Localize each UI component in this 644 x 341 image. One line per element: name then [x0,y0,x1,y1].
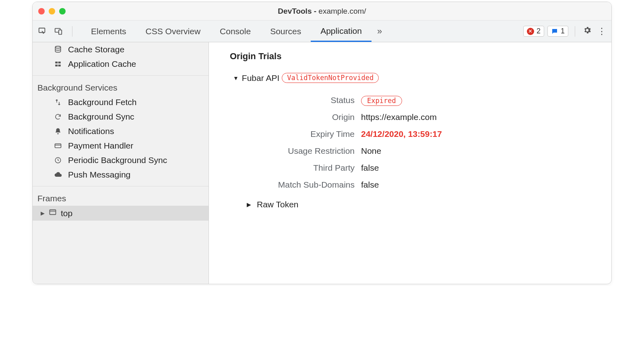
traffic-lights [38,8,66,14]
zoom-icon[interactable] [59,8,66,14]
sidebar-item-periodic-sync[interactable]: Periodic Background Sync [33,153,208,167]
chevron-double-right-icon: » [377,26,382,37]
raw-token-label: Raw Token [257,200,299,209]
more-button[interactable]: ⋮ [596,26,607,37]
status-value: Expired [361,92,448,109]
device-toggle-icon[interactable] [53,26,64,37]
sidebar-item-label: Cache Storage [68,45,124,54]
toolbar-separator [72,26,72,37]
sidebar-section-background-services: Background Services [33,80,208,95]
disclosure-triangle-icon[interactable]: ▼ [233,75,239,81]
disclosure-triangle-icon[interactable]: ▶ [247,201,251,208]
gear-icon [583,26,592,37]
close-icon[interactable] [38,8,45,14]
settings-button[interactable] [582,26,593,37]
sidebar-item-push-messaging[interactable]: Push Messaging [33,167,208,182]
devtools-tabs: Elements CSS Overview Console Sources Ap… [81,21,523,42]
svg-rect-4 [55,62,58,64]
toolbar-right: ✕ 2 1 ⋮ [523,21,607,42]
bell-icon [53,128,63,135]
sidebar-item-background-fetch[interactable]: Background Fetch [33,95,208,110]
sidebar-divider [33,75,208,76]
svg-rect-7 [58,65,61,67]
issue-count: 1 [561,27,565,35]
database-icon [53,45,63,54]
svg-rect-5 [58,62,61,64]
raw-token-row[interactable]: ▶ Raw Token [247,200,611,209]
table-row: Usage Restriction None [252,143,448,159]
toolbar-separator [575,26,575,37]
sidebar-item-label: Push Messaging [68,170,130,180]
svg-rect-8 [55,144,61,148]
tab-css-overview[interactable]: CSS Overview [136,21,211,42]
fetch-icon [53,99,63,106]
tab-sources[interactable]: Sources [260,21,311,42]
trial-header-row[interactable]: ▼ Fubar API ValidTokenNotProvided [233,73,611,83]
window-title-url: example.com/ [318,7,366,15]
window-title-prefix: DevTools - [278,7,318,15]
cloud-icon [53,171,63,179]
sidebar-item-label: Application Cache [68,59,136,69]
sidebar-item-notifications[interactable]: Notifications [33,124,208,138]
grid-icon [53,60,63,68]
sidebar-item-label: Notifications [68,126,114,136]
origin-label: Origin [252,109,361,126]
sidebar-item-label: Periodic Background Sync [68,155,167,165]
sidebar-item-application-cache[interactable]: Application Cache [33,57,208,71]
sidebar-item-label: Background Sync [68,112,134,122]
sidebar-divider [33,186,208,186]
kebab-icon: ⋮ [597,26,606,37]
sidebar-item-cache-storage[interactable]: Cache Storage [33,42,208,57]
matchsub-value: false [361,176,448,193]
svg-rect-2 [59,30,62,34]
matchsub-label: Match Sub-Domains [252,176,361,193]
table-row: Status Expired [252,92,448,109]
toolbar-left [37,21,76,42]
sidebar-item-background-sync[interactable]: Background Sync [33,110,208,124]
error-count-badge[interactable]: ✕ 2 [523,26,544,37]
clock-icon [53,157,63,164]
tabs-overflow[interactable]: » [372,21,388,42]
origin-trials-panel: Origin Trials ▼ Fubar API ValidTokenNotP… [209,42,611,284]
table-row: Origin https://example.com [252,109,448,126]
thirdparty-label: Third Party [252,159,361,176]
sidebar-item-label: top [61,209,72,218]
tab-application[interactable]: Application [311,21,372,42]
table-row: Third Party false [252,159,448,176]
issues-badge[interactable]: 1 [547,26,568,37]
refresh-icon [53,113,63,120]
svg-point-3 [55,46,60,48]
svg-rect-6 [55,65,58,67]
sidebar-item-label: Background Fetch [68,97,136,107]
card-icon [53,142,63,150]
origin-value: https://example.com [361,109,448,126]
error-count: 2 [537,27,541,35]
status-label: Status [252,92,361,109]
devtools-window: DevTools - example.com/ Elements CSS Ove… [32,2,612,284]
application-sidebar: Cache Storage Application Cache Backgrou… [33,42,209,284]
svg-rect-10 [50,210,56,215]
devtools-toolbar: Elements CSS Overview Console Sources Ap… [33,21,611,42]
disclosure-triangle-icon[interactable]: ▶ [41,210,45,216]
inspect-icon[interactable] [37,26,48,37]
tab-console[interactable]: Console [210,21,260,42]
devtools-body: Cache Storage Application Cache Backgrou… [33,42,611,284]
sidebar-item-payment-handler[interactable]: Payment Handler [33,138,208,153]
sidebar-item-label: Payment Handler [68,141,133,151]
usage-value: None [361,143,448,159]
svg-rect-0 [39,28,45,32]
thirdparty-value: false [361,159,448,176]
minimize-icon[interactable] [49,8,55,14]
table-row: Match Sub-Domains false [252,176,448,193]
error-icon: ✕ [527,28,534,35]
status-pill: Expired [361,96,402,106]
tab-elements[interactable]: Elements [81,21,136,42]
trial-status-pill: ValidTokenNotProvided [282,73,379,83]
panel-heading: Origin Trials [230,51,611,62]
usage-label: Usage Restriction [252,143,361,159]
expiry-value: 24/12/2020, 13:59:17 [361,126,448,143]
trial-name: Fubar API [242,73,279,83]
sidebar-item-frame-top[interactable]: ▶ top [33,206,208,221]
window-title: DevTools - example.com/ [33,7,611,16]
trial-details-table: Status Expired Origin https://example.co… [252,92,448,193]
